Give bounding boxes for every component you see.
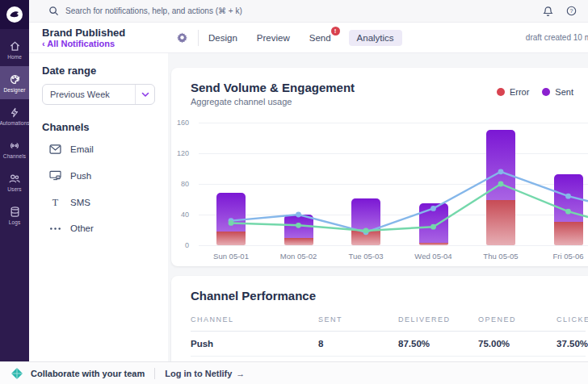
sidebar-item-label: Designer (4, 87, 26, 93)
stacked-bar-thu (486, 130, 515, 245)
search-icon (48, 6, 59, 16)
notifications-bell-icon[interactable] (543, 6, 553, 17)
bar-segment-error (419, 243, 448, 245)
email-icon (48, 144, 61, 154)
sidebar-item-automations[interactable]: Automations (0, 99, 29, 132)
back-to-all-notifications-link[interactable]: ‹ All Notifications (42, 39, 144, 49)
header-divider (198, 30, 199, 46)
table-cell: 37.50% (556, 339, 588, 349)
sidebar-item-logs[interactable]: Logs (0, 198, 29, 232)
bar-segment-error (351, 230, 380, 245)
push-icon: 0 (48, 170, 61, 181)
settings-gear-icon[interactable] (176, 31, 188, 44)
stacked-bar-sun (216, 193, 246, 245)
column-header: SENT (318, 315, 398, 323)
channel-filter-list: Email 0 Push T SMS Other (42, 136, 168, 241)
table-cell: Push (191, 339, 318, 349)
search-input[interactable] (65, 6, 308, 15)
page-header: Brand Published ‹ All Notifications Desi… (29, 23, 588, 53)
y-axis-tick: 160 (168, 119, 189, 127)
netlify-logo-icon (11, 368, 23, 379)
legend-label: Sent (555, 87, 573, 97)
gridline (199, 184, 588, 185)
tab-design[interactable]: Design (207, 30, 239, 46)
tab-analytics[interactable]: Analytics (349, 30, 402, 46)
x-axis-label: Fri 05-06 (536, 252, 588, 261)
netlify-login-link[interactable]: Log in to Netlify→ (165, 369, 245, 378)
date-range-select[interactable]: Previous Week (42, 84, 155, 105)
courier-bird-icon (6, 6, 23, 23)
collaborate-button[interactable]: Collaborate with your team (31, 369, 145, 378)
table-cell: 75.00% (478, 339, 556, 349)
error-badge: ! (331, 27, 340, 35)
date-range-value: Previous Week (43, 90, 135, 99)
sidebar-item-label: Logs (9, 219, 21, 225)
gridline (199, 215, 588, 215)
table-header-row: CHANNELSENTDELIVEREDOPENEDCLICKED (191, 315, 586, 332)
chart-legend: ErrorSent (497, 87, 573, 97)
other-dots-icon (48, 227, 61, 231)
channel-filter-label: SMS (70, 198, 90, 207)
legend-item-sent[interactable]: Sent (542, 87, 573, 97)
channels-icon (8, 140, 21, 152)
courier-logo[interactable] (0, 0, 29, 29)
sidebar: Home Designer Automations Channels Users (0, 0, 29, 361)
search-bar[interactable] (48, 6, 543, 16)
stacked-bar-fri (554, 174, 583, 245)
tab-send[interactable]: Send! (308, 30, 333, 46)
bar-segment-sent (554, 174, 583, 222)
gridline (199, 153, 588, 154)
bar-segment-error (554, 222, 583, 245)
question-circle-icon: ? (566, 6, 577, 16)
bar-segment-sent (419, 203, 448, 243)
column-header: CHANNEL (191, 315, 318, 323)
netlify-login-label: Log in to Netlify (165, 369, 232, 378)
draft-status-text: draft created 10 m (526, 33, 588, 42)
channel-filter-label: Email (70, 144, 94, 154)
help-icon[interactable]: ? (566, 6, 577, 16)
back-link-label: All Notifications (47, 39, 115, 48)
sidebar-item-designer[interactable]: Designer (0, 66, 29, 99)
performance-table: CHANNELSENTDELIVEREDOPENEDCLICKEDPush887… (191, 315, 586, 361)
svg-text:T: T (52, 197, 58, 207)
sidebar-item-channels[interactable]: Channels (0, 132, 29, 165)
table-cell: 87.50% (398, 339, 478, 349)
users-icon (8, 173, 21, 185)
tab-preview[interactable]: Preview (255, 30, 292, 46)
channel-filter-sms[interactable]: T SMS (42, 189, 168, 215)
sms-icon: T (48, 197, 61, 207)
legend-dot-icon (497, 88, 505, 96)
arrow-right-icon: → (236, 369, 245, 378)
bar-segment-sent (216, 193, 246, 232)
channel-filter-other[interactable]: Other (42, 215, 168, 241)
y-axis-tick: 40 (168, 211, 189, 219)
channel-filter-email[interactable]: Email (42, 136, 168, 162)
sidebar-item-label: Channels (3, 153, 26, 159)
sidebar-item-users[interactable]: Users (0, 165, 29, 198)
tab-bar: Design Preview Send! Analytics (207, 30, 402, 46)
legend-dot-icon (542, 88, 550, 96)
logs-icon (9, 206, 21, 218)
table-cell: 8 (318, 339, 398, 349)
gridline (199, 245, 588, 246)
chart-plot-area: 04080120160Sun 05-01Mon 05-02Tue 05-03We… (191, 123, 588, 245)
svg-text:?: ? (570, 8, 573, 14)
x-axis-label: Tue 05-03 (334, 252, 398, 261)
column-header: OPENED (478, 315, 556, 323)
y-axis-tick: 120 (168, 149, 189, 157)
svg-text:0: 0 (57, 176, 59, 179)
x-axis-label: Wed 05-04 (401, 252, 466, 261)
channel-filter-push[interactable]: 0 Push (42, 162, 168, 189)
bar-segment-sent (486, 130, 515, 200)
column-header: CLICKED (556, 315, 588, 323)
legend-label: Error (510, 87, 529, 97)
column-header: DELIVERED (398, 315, 478, 323)
sidebar-item-home[interactable]: Home (0, 33, 29, 66)
y-axis-tick: 0 (168, 241, 189, 249)
y-axis-tick: 80 (168, 180, 189, 188)
channel-filter-label: Other (70, 223, 94, 233)
stacked-bar-mon (284, 215, 313, 245)
tab-send-label: Send (309, 33, 331, 43)
footer-divider (154, 368, 155, 379)
legend-item-error[interactable]: Error (497, 87, 529, 97)
